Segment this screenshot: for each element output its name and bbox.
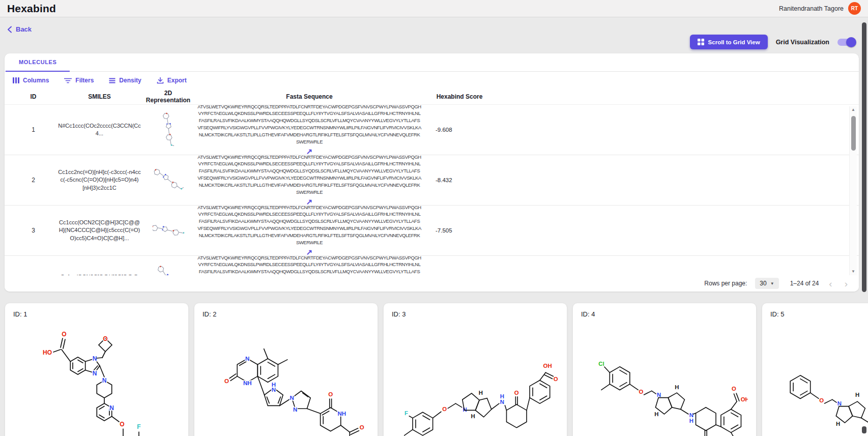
table-row[interactable]: 2 Cc1cc2nc(=O)[nH]c(-c3ccc(-n4ccc(-c5cnc… — [5, 155, 859, 206]
user-avatar[interactable]: RT — [848, 2, 861, 15]
svg-text:O: O — [819, 397, 824, 403]
app-header: Hexabind Ranitendranath Tagore RT — [0, 0, 868, 17]
rows-per-page-select[interactable]: 30 ▼ — [755, 278, 778, 289]
svg-text:O: O — [103, 335, 107, 342]
export-button[interactable]: Export — [157, 77, 187, 84]
tab-molecules[interactable]: MOLECULES — [6, 53, 70, 72]
svg-text:H: H — [479, 390, 483, 396]
svg-text:O: O — [224, 378, 229, 384]
cell-smiles: Cc1cc2nc(=O)[nH]c(-c3ccc(-n4ccc(-c5cnc(C… — [55, 168, 144, 192]
svg-text:NH: NH — [338, 411, 346, 417]
svg-text:N: N — [109, 404, 114, 412]
molecule-card[interactable]: ID: 2 N NH O — [194, 303, 378, 436]
svg-text:N: N — [93, 370, 97, 377]
svg-text:O: O — [442, 406, 447, 412]
pagination-bar: Rows per page: 30 ▼ 1–24 of 24 ‹ › — [5, 275, 859, 292]
molecule-card[interactable]: ID: 3 F O N H H — [383, 303, 567, 436]
svg-text:O: O — [514, 390, 519, 396]
scroll-up-icon[interactable]: ▲ — [851, 106, 855, 113]
scroll-down-icon[interactable]: ▼ — [851, 268, 855, 275]
filters-button[interactable]: Filters — [64, 77, 94, 84]
chevron-left-icon — [7, 26, 12, 33]
molecule-structure-4: Cl O N H H N H — [581, 321, 748, 436]
toggle-thumb — [846, 37, 856, 47]
table-row[interactable]: 4 Cc1cc(OCN2C[C@H]3C[C@@H] ATVSLWETVQKWR… — [5, 256, 859, 275]
svg-text:N: N — [657, 392, 661, 398]
svg-text:H: H — [654, 411, 658, 417]
molecule-card-label: ID: 4 — [581, 310, 748, 318]
table-body: 1 N#Cc1ccc(COc2cccc(C3CCN(Cc4... ATVSLWE… — [5, 104, 859, 275]
density-button[interactable]: Density — [109, 77, 141, 84]
svg-text:O: O — [554, 376, 558, 382]
cell-hexabind-score: -8.432 — [426, 177, 493, 183]
cell-id: 1 — [12, 126, 55, 133]
svg-text:N: N — [500, 399, 504, 405]
svg-text:O: O — [120, 421, 124, 428]
pagination-range: 1–24 of 24 — [790, 280, 819, 287]
svg-text:F: F — [404, 410, 408, 416]
grid-visualization-label: Grid Visualization — [776, 39, 829, 46]
grid-visualization-toggle[interactable] — [837, 39, 855, 46]
svg-text:H: H — [836, 421, 840, 427]
cell-fasta-sequence: ATVSLWETVQKWREYRRQCQRSLTEDPPPATDLFCNRTFD… — [197, 154, 421, 196]
cell-id: 3 — [12, 227, 55, 234]
table-toolbar: Columns Filters Density Expor — [5, 72, 859, 89]
column-header-2d[interactable]: 2D Representation — [144, 90, 192, 104]
columns-icon — [13, 77, 19, 83]
density-icon — [109, 78, 115, 83]
molecule-structure-2: N NH O H N N N — [205, 321, 367, 436]
previous-page-button[interactable]: ‹ — [827, 279, 834, 288]
cell-id: 2 — [12, 177, 55, 184]
svg-text:N: N — [462, 406, 467, 413]
svg-text:H: H — [471, 413, 475, 419]
svg-text:F: F — [137, 423, 140, 430]
export-label: Export — [167, 77, 187, 84]
svg-text:N: N — [245, 356, 249, 362]
svg-text:N: N — [837, 400, 842, 406]
svg-text:HO: HO — [43, 349, 52, 356]
scroll-to-grid-view-button[interactable]: Scroll to Grid View — [690, 35, 768, 49]
column-header-fasta[interactable]: Fasta Sequence — [192, 93, 426, 100]
columns-label: Columns — [23, 77, 49, 84]
window-scrollbar[interactable] — [862, 22, 866, 292]
molecule-card[interactable]: ID: 1 O HO N N — [5, 303, 189, 436]
table-header-row: ID SMILES 2D Representation Fasta Sequen… — [5, 89, 859, 104]
back-button[interactable]: Back — [7, 25, 32, 33]
molecule-card-label: ID: 5 — [770, 310, 868, 318]
table-row[interactable]: 1 N#Cc1ccc(COc2cccc(C3CCN(Cc4... ATVSLWE… — [5, 105, 859, 155]
svg-text:H: H — [689, 418, 693, 424]
molecule-2d-thumbnail — [144, 263, 192, 275]
svg-text:OH: OH — [543, 363, 552, 369]
svg-text:N: N — [689, 412, 693, 418]
svg-text:O: O — [732, 386, 736, 392]
table-row[interactable]: 3 Cc1ccc(OCN2C[C@H]3C[C@@H](NC4CCC[C@H](… — [5, 206, 859, 256]
column-header-smiles[interactable]: SMILES — [55, 93, 144, 100]
svg-text:O: O — [639, 389, 643, 395]
molecule-2d-thumbnail — [144, 112, 192, 148]
cell-fasta-sequence: ATVSLWETVQKWREYRRQCQRSLTEDPPPATDLFCNRTFD… — [197, 204, 421, 246]
scrollbar-thumb[interactable] — [851, 116, 856, 151]
cell-hexabind-score: -9.608 — [426, 127, 493, 133]
svg-text:N: N — [102, 377, 107, 384]
molecule-card[interactable]: ID: 4 Cl O N H H — [572, 303, 757, 436]
tab-bar: MOLECULES — [5, 53, 859, 72]
column-header-score[interactable]: Hexabind Score — [426, 93, 493, 100]
app-title: Hexabind — [7, 3, 56, 15]
next-page-button[interactable]: › — [843, 279, 850, 288]
svg-text:H: H — [500, 393, 504, 399]
column-header-id[interactable]: ID — [12, 93, 55, 100]
density-label: Density — [119, 77, 141, 84]
scroll-to-grid-view-label: Scroll to Grid View — [708, 39, 760, 45]
grid-visualization-section: ID: 1 O HO N N — [5, 303, 868, 436]
cell-smiles: N#Cc1ccc(COc2cccc(C3CCN(Cc4... — [55, 122, 144, 138]
view-controls: Scroll to Grid View Grid Visualization — [690, 35, 855, 49]
svg-text:Cl: Cl — [598, 361, 604, 367]
filters-label: Filters — [75, 77, 94, 84]
svg-text:O: O — [360, 424, 364, 430]
back-label: Back — [16, 25, 32, 33]
rows-per-page-label: Rows per page: — [704, 280, 747, 287]
columns-button[interactable]: Columns — [13, 77, 49, 84]
molecule-card[interactable]: ID: 5 O N H H N — [762, 303, 868, 436]
table-scrollbar[interactable]: ▲ ▼ — [849, 106, 857, 275]
svg-text:N: N — [293, 406, 297, 413]
